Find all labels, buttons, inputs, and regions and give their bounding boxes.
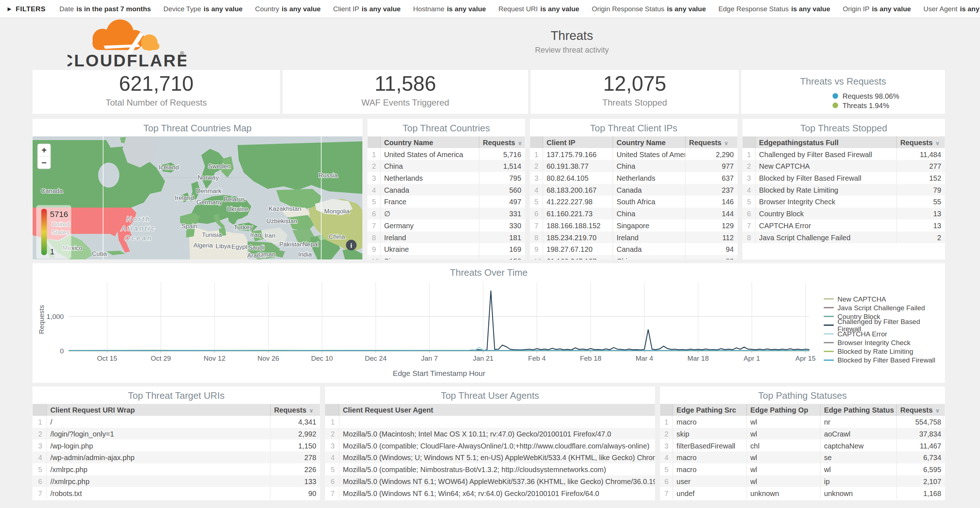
chart-legend-item[interactable]: Blocked by Filter Based Firewall [824, 356, 945, 365]
table-row[interactable]: 3/wp-login.php1,150 [33, 440, 320, 451]
filters-toggle[interactable]: FILTERS [16, 5, 45, 13]
cell: 13 [896, 207, 945, 220]
column-header[interactable]: Edge Pathing Op [746, 404, 820, 416]
table-row[interactable]: 10Singapore158 [368, 255, 525, 260]
chart-legend-item[interactable]: Blocked by Rate Limiting [824, 347, 945, 355]
table-row[interactable]: 1137.175.79.166United States of America2… [530, 148, 737, 160]
table-row[interactable]: 6∅331 [368, 207, 525, 220]
table-row[interactable]: 6//xmlrpc.php133 [33, 475, 320, 487]
table-row[interactable]: 2/login/?login_only=12,992 [33, 428, 320, 440]
row-index: 4 [368, 184, 380, 196]
filter-item[interactable]: Edge Response Statusis any value [719, 5, 830, 13]
column-header[interactable]: Country Name [612, 137, 685, 148]
table-row[interactable]: 8Ireland181 [368, 231, 525, 244]
table-row[interactable]: 541.222.227.98South Africa146 [530, 196, 737, 207]
column-header[interactable]: Edgepathingstatus Full [755, 137, 896, 148]
filter-item[interactable]: Request URIis any value [498, 5, 579, 13]
table-row[interactable]: 7Mozilla/5.0 (Windows NT 6.1; Win64; x64… [325, 487, 655, 499]
chart-legend-item[interactable]: New CAPTCHA [824, 295, 945, 303]
table-row[interactable]: 1 [325, 416, 655, 428]
column-header-sorted[interactable]: Requests∨ [479, 137, 525, 148]
table-row[interactable]: 3filterBasedFirewallchlcaptchaNew11,467 [660, 440, 945, 451]
map-card: Top Threat Countries Map [33, 119, 363, 260]
table-row[interactable]: 5Mozilla/5.0 (compatible; Nimbostratus-B… [325, 463, 655, 475]
table-row[interactable]: 8Java Script Challenge Failed2 [743, 231, 945, 244]
table-row[interactable]: 5macrowlwl6,595 [660, 463, 945, 475]
table-row[interactable]: 1macrowlnr554,758 [660, 416, 945, 428]
table-row[interactable]: 3Netherlands795 [368, 172, 525, 184]
table-row[interactable]: 9198.27.67.120Canada94 [530, 243, 737, 255]
cell: 6,595 [896, 463, 945, 475]
table-row[interactable]: 2New CAPTCHA277 [743, 160, 945, 172]
cell: South Africa [612, 196, 685, 207]
table-row[interactable]: 260.191.38.77China977 [530, 160, 737, 172]
filters-expand-icon[interactable]: ▶ [8, 6, 12, 12]
filter-item[interactable]: Hostnameis any value [413, 5, 486, 13]
table-row[interactable]: 6Country Block13 [743, 207, 945, 220]
table-row[interactable]: 2China1,514 [368, 160, 525, 172]
column-header-sorted[interactable]: Requests∨ [270, 404, 320, 416]
chart-legend-item[interactable]: Browser Integrity Check [824, 338, 945, 347]
row-index: 3 [325, 440, 339, 451]
cell: user [673, 475, 746, 487]
table-row[interactable]: 3Mozilla/5.0 (compatible; CloudFlare-Alw… [325, 440, 655, 451]
cell: Blocked by Rate Limiting [755, 184, 896, 196]
table-row[interactable]: 7188.166.188.152Singapore129 [530, 220, 737, 231]
row-index: 7 [33, 487, 46, 499]
column-header[interactable]: Client Request URI Wrap [46, 404, 270, 416]
table-row[interactable]: 1United States of America5,716 [368, 148, 525, 160]
table-row[interactable]: 3Blocked by Filter Based Firewall152 [743, 172, 945, 184]
table-row[interactable]: 1Challenged by Filter Based Firewall11,4… [743, 148, 945, 160]
table-row[interactable]: 7CAPTCHA Error13 [743, 220, 945, 231]
column-header-sorted[interactable]: Requests∨ [685, 137, 738, 148]
table-row[interactable]: 7/robots.txt90 [33, 487, 320, 499]
filter-item[interactable]: Countryis any value [255, 5, 321, 13]
map-zoom-out-button[interactable]: − [41, 158, 46, 168]
svg-text:Dec 24: Dec 24 [365, 355, 387, 362]
table-row[interactable]: 2skipwlaoCrawl37,834 [660, 428, 945, 440]
filter-item[interactable]: Dateis in the past 7 months [59, 5, 151, 13]
filter-item[interactable]: Origin Response Statusis any value [592, 5, 706, 13]
table-row[interactable]: 4Mozilla/5.0 (Windows; U; Windows NT 5.1… [325, 451, 655, 463]
table-row[interactable]: 6userwlip2,107 [660, 475, 945, 487]
chart-legend-item[interactable]: Challenged by Filter Based Firewall [824, 321, 945, 330]
cell: 237 [685, 184, 738, 196]
filter-item[interactable]: Device Typeis any value [163, 5, 242, 13]
table-row[interactable]: 4/wp-admin/admin-ajax.php278 [33, 451, 320, 463]
filter-item[interactable]: Client IPis any value [333, 5, 401, 13]
table-row[interactable]: 1/4,341 [33, 416, 320, 428]
filter-item[interactable]: Origin IPis any value [843, 5, 911, 13]
table-row[interactable]: 5Browser Integrity Check55 [743, 196, 945, 207]
table-row[interactable]: 5France497 [368, 196, 525, 207]
column-header[interactable]: Edge Pathing Status [820, 404, 896, 416]
cell: 331 [479, 207, 525, 220]
map-label: Iran [265, 232, 276, 239]
table-row[interactable]: 4Blocked by Rate Limiting79 [743, 184, 945, 196]
column-header[interactable]: Country Name [380, 137, 479, 148]
map-zoom-in-button[interactable]: + [41, 145, 46, 155]
map-label: Pakistan [279, 240, 303, 248]
column-header-sorted[interactable]: Requests∨ [896, 404, 945, 416]
table-row[interactable]: 7Germany330 [368, 220, 525, 231]
table-row[interactable]: 661.160.221.73China144 [530, 207, 737, 220]
table-row[interactable]: 6Mozilla/5.0 (Windows NT 6.1; WOW64) App… [325, 475, 655, 487]
table-row[interactable]: 4macrowlse6,734 [660, 451, 945, 463]
column-header[interactable]: Client Request User Agent [339, 404, 655, 416]
column-header[interactable]: Edge Pathing Src [673, 404, 746, 416]
table-row[interactable]: 468.183.200.167Canada237 [530, 184, 737, 196]
table-row[interactable]: 380.82.64.105Netherlands637 [530, 172, 737, 184]
table-row[interactable]: 4Canada560 [368, 184, 525, 196]
table-row[interactable]: 9Ukraine169 [368, 243, 525, 255]
filter-item[interactable]: User Agentis any value [923, 5, 980, 13]
column-header[interactable]: Client IP [542, 137, 612, 148]
table-row[interactable]: 1061.160.247.127China88 [530, 255, 737, 260]
table-row[interactable]: 5/xmlrpc.php226 [33, 463, 320, 475]
world-map[interactable]: CanadaUnitedStatesMexicoCubaIcelandSwede… [33, 137, 363, 260]
table-row[interactable]: 8185.234.219.70Ireland112 [530, 231, 737, 244]
map-info-icon[interactable]: i [346, 240, 356, 250]
column-header-sorted[interactable]: Requests∨ [896, 137, 945, 148]
chart-legend-item[interactable]: Java Script Challenge Failed [824, 303, 945, 312]
table-row[interactable]: 2Mozilla/5.0 (Macintosh; Intel Mac OS X … [325, 428, 655, 440]
table-row[interactable]: 7undefunknownunknown1,168 [660, 487, 945, 499]
map-label: Ukraine [227, 205, 248, 213]
